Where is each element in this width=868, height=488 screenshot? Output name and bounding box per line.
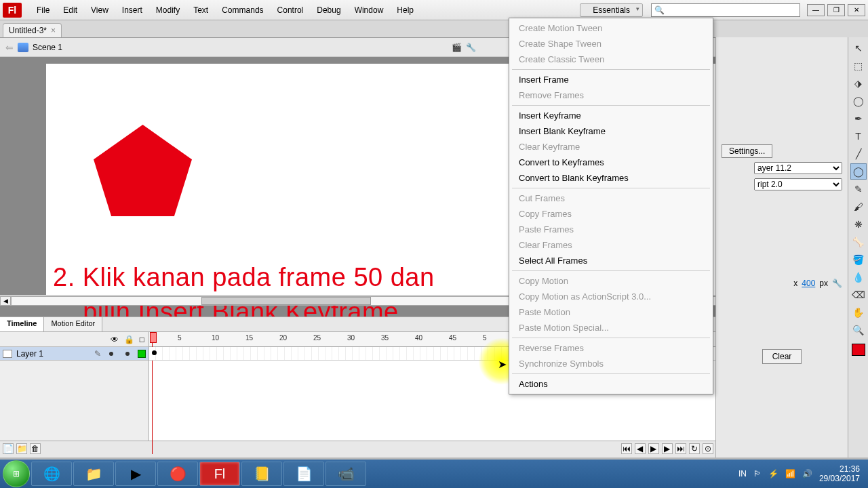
- menu-modify[interactable]: Modify: [149, 3, 186, 18]
- tab-timeline[interactable]: Timeline: [0, 317, 44, 331]
- tab-motion-editor[interactable]: Motion Editor: [44, 317, 102, 331]
- paint-bucket-tool-icon[interactable]: 🪣: [850, 251, 867, 268]
- last-frame-button[interactable]: ⏭: [675, 443, 686, 454]
- menu-item-copy-frames: Copy Frames: [509, 206, 713, 222]
- menu-item-actions[interactable]: Actions: [509, 376, 713, 392]
- eraser-tool-icon[interactable]: ⌫: [850, 287, 867, 303]
- outline-icon[interactable]: □: [140, 335, 144, 344]
- start-button[interactable]: ⊞: [3, 460, 30, 487]
- camera-taskbar-icon[interactable]: 📹: [326, 462, 366, 486]
- loop-button[interactable]: ↻: [689, 443, 700, 454]
- menu-item-insert-blank-keyframe[interactable]: Insert Blank Keyframe: [509, 123, 713, 139]
- search-input[interactable]: 🔍: [651, 3, 800, 17]
- menu-view[interactable]: View: [84, 3, 115, 18]
- menu-item-paste-motion-special-: Paste Motion Special...: [509, 320, 713, 336]
- menu-edit[interactable]: Edit: [56, 3, 84, 18]
- menu-item-insert-keyframe[interactable]: Insert Keyframe: [509, 108, 713, 123]
- zoom-tool-icon[interactable]: 🔍: [850, 322, 867, 338]
- menu-help[interactable]: Help: [390, 3, 420, 18]
- clock[interactable]: 21:36 29/03/2017: [819, 464, 860, 484]
- wrench-icon[interactable]: 🔧: [832, 279, 842, 288]
- flash-taskbar-icon[interactable]: Fl: [199, 462, 240, 486]
- oval-tool-icon[interactable]: ◯: [850, 163, 867, 180]
- notepad-taskbar-icon[interactable]: 📄: [283, 462, 324, 486]
- lasso-tool-icon[interactable]: ◯: [850, 93, 867, 109]
- ruler-tick: 30: [347, 334, 355, 342]
- bone-tool-icon[interactable]: 🦴: [850, 234, 867, 250]
- eyedropper-tool-icon[interactable]: 💧: [850, 269, 867, 285]
- menu-text[interactable]: Text: [186, 3, 215, 18]
- document-tab[interactable]: Untitled-3* ×: [3, 23, 62, 37]
- maximize-button[interactable]: ❐: [827, 4, 845, 16]
- hand-tool-icon[interactable]: ✋: [850, 304, 867, 321]
- clear-button[interactable]: Clear: [762, 349, 802, 364]
- workspace-switcher[interactable]: Essentials: [580, 3, 643, 17]
- onion-skin-button[interactable]: ⊙: [703, 443, 713, 454]
- fill-color-swatch[interactable]: [852, 344, 865, 356]
- document-tabs: Untitled-3* ×: [0, 20, 868, 38]
- tray-volume-icon[interactable]: 🔊: [802, 469, 812, 479]
- ruler-tick: 45: [449, 334, 456, 342]
- free-transform-tool-icon[interactable]: ⬗: [850, 75, 867, 92]
- close-button[interactable]: ✕: [848, 4, 865, 16]
- player-select[interactable]: ayer 11.2: [754, 162, 842, 174]
- pencil-tool-icon[interactable]: ✎: [850, 181, 867, 197]
- ie-taskbar-icon[interactable]: 🌐: [31, 462, 72, 486]
- script-select[interactable]: ript 2.0: [754, 178, 842, 190]
- menu-item-insert-frame[interactable]: Insert Frame: [509, 72, 713, 87]
- menu-item-copy-motion-as-actionscript-3-0-: Copy Motion as ActionScript 3.0...: [509, 289, 713, 304]
- lock-icon[interactable]: 🔒: [124, 335, 134, 344]
- first-frame-button[interactable]: ⏮: [621, 443, 632, 454]
- menu-item-select-all-frames[interactable]: Select All Frames: [509, 253, 713, 268]
- outline-color[interactable]: [138, 350, 146, 358]
- visibility-dot[interactable]: [109, 352, 113, 356]
- scroll-left-icon[interactable]: ◀: [0, 296, 11, 306]
- line-tool-icon[interactable]: ╱: [850, 146, 867, 162]
- size-value[interactable]: 400: [802, 279, 815, 288]
- explorer-taskbar-icon[interactable]: 📁: [73, 462, 114, 486]
- selection-tool-icon[interactable]: ↖: [850, 40, 867, 56]
- new-folder-button[interactable]: 📁: [16, 443, 27, 454]
- tray-network-icon[interactable]: 📶: [785, 469, 795, 479]
- scene-icon: [18, 43, 28, 52]
- tools-panel: ↖ ⬚ ⬗ ◯ ✒ T ╱ ◯ ✎ 🖌 ❋ 🦴 🪣 💧 ⌫ ✋ 🔍: [848, 37, 868, 458]
- publish-settings-button[interactable]: Settings...: [722, 144, 772, 158]
- lock-dot[interactable]: [125, 352, 130, 356]
- back-arrow-icon[interactable]: ⇐: [5, 42, 14, 53]
- brush-tool-icon[interactable]: 🖌: [850, 199, 867, 215]
- menu-file[interactable]: File: [30, 3, 56, 18]
- play-button[interactable]: ▶: [648, 443, 659, 454]
- tray-flag-icon[interactable]: 🏳: [753, 469, 762, 479]
- lang-indicator[interactable]: IN: [738, 469, 747, 479]
- visibility-icon[interactable]: 👁: [111, 335, 119, 344]
- minimize-button[interactable]: —: [807, 4, 825, 16]
- subselection-tool-icon[interactable]: ⬚: [850, 58, 867, 74]
- menu-commands[interactable]: Commands: [215, 3, 270, 18]
- next-frame-button[interactable]: ▶: [662, 443, 673, 454]
- notes-taskbar-icon[interactable]: 📒: [241, 462, 282, 486]
- layer-row[interactable]: Layer 1 ✎: [0, 347, 149, 361]
- ruler-tick: 20: [279, 334, 287, 342]
- menu-window[interactable]: Window: [348, 3, 391, 18]
- deco-tool-icon[interactable]: ❋: [850, 216, 867, 232]
- tray-action-icon[interactable]: ⚡: [768, 469, 778, 479]
- menu-separator: [512, 338, 710, 338]
- delete-layer-button[interactable]: 🗑: [30, 443, 41, 454]
- menu-item-convert-to-blank-keyframes[interactable]: Convert to Blank Keyframes: [509, 170, 713, 186]
- menu-item-convert-to-keyframes[interactable]: Convert to Keyframes: [509, 155, 713, 170]
- text-tool-icon[interactable]: T: [850, 128, 867, 144]
- menu-debug[interactable]: Debug: [310, 3, 347, 18]
- new-layer-button[interactable]: 📄: [3, 443, 14, 454]
- edit-scene-icon[interactable]: 🎬: [452, 43, 462, 52]
- pen-tool-icon[interactable]: ✒: [850, 110, 867, 127]
- scroll-thumb[interactable]: [201, 297, 371, 305]
- pentagon-shape[interactable]: [94, 125, 192, 216]
- media-taskbar-icon[interactable]: ▶: [115, 462, 156, 486]
- menu-control[interactable]: Control: [271, 3, 311, 18]
- edit-symbol-icon[interactable]: 🔧: [466, 43, 476, 52]
- menu-insert[interactable]: Insert: [115, 3, 149, 18]
- tab-close-icon[interactable]: ×: [51, 26, 56, 35]
- chrome-taskbar-icon[interactable]: 🔴: [157, 462, 198, 486]
- prev-frame-button[interactable]: ◀: [635, 443, 646, 454]
- menubar: Fl FileEditViewInsertModifyTextCommandsC…: [0, 0, 868, 20]
